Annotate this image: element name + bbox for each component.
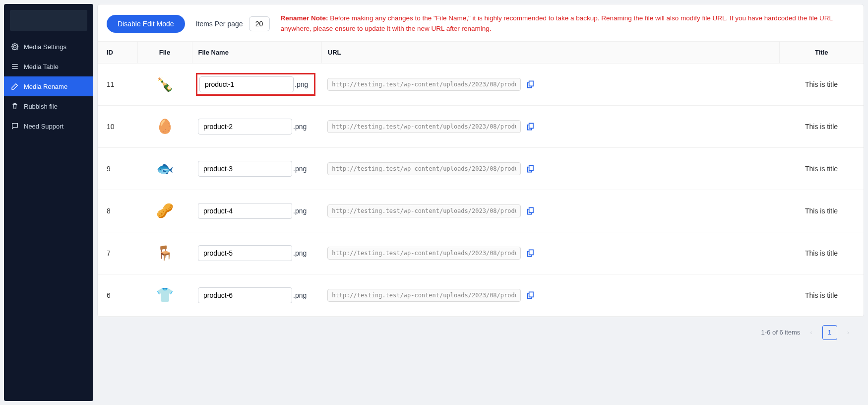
file-ext: .png bbox=[293, 207, 307, 215]
col-url: URL bbox=[321, 41, 779, 63]
sidebar-item-label: Media Rename bbox=[24, 83, 67, 90]
file-thumb: 🥚 bbox=[153, 115, 177, 138]
sidebar-item-media-settings[interactable]: Media Settings bbox=[4, 37, 93, 57]
cell-filename: .png bbox=[192, 105, 321, 147]
col-filename: File Name bbox=[192, 41, 321, 63]
cell-file: 🪑 bbox=[137, 232, 192, 274]
cell-id: 8 bbox=[98, 190, 137, 232]
pagination-summary: 1-6 of 6 items bbox=[761, 329, 801, 336]
filename-input[interactable] bbox=[198, 161, 292, 177]
col-id: ID bbox=[98, 41, 137, 63]
copy-url-button[interactable] bbox=[526, 248, 536, 258]
items-per-page-label: Items Per page bbox=[196, 20, 243, 28]
filename-highlight: .png bbox=[196, 73, 315, 96]
col-title: Title bbox=[779, 41, 864, 63]
chat-icon bbox=[11, 122, 19, 130]
pagination: 1-6 of 6 items ‹ 1 › bbox=[97, 317, 864, 352]
copy-url-button[interactable] bbox=[526, 79, 536, 89]
pagination-prev[interactable]: ‹ bbox=[807, 328, 815, 337]
url-input[interactable] bbox=[327, 162, 521, 175]
cell-url bbox=[321, 232, 779, 274]
table-row: 10 🥚 .png This is title bbox=[98, 105, 864, 147]
items-per-page: Items Per page bbox=[196, 16, 270, 31]
url-input[interactable] bbox=[327, 78, 521, 91]
toolbar: Disable Edit Mode Items Per page Renamer… bbox=[98, 4, 864, 34]
content-card: Disable Edit Mode Items Per page Renamer… bbox=[97, 4, 864, 317]
cell-file: 🥚 bbox=[137, 105, 192, 147]
file-thumb: 🐟 bbox=[153, 157, 177, 181]
cell-id: 6 bbox=[98, 274, 137, 316]
cell-url bbox=[321, 105, 779, 147]
table-row: 7 🪑 .png This is title bbox=[98, 232, 864, 274]
cell-url bbox=[321, 274, 779, 316]
sidebar: Media SettingsMedia TableMedia RenameRub… bbox=[4, 4, 93, 401]
file-thumb: 🥜 bbox=[153, 199, 177, 223]
file-ext: .png bbox=[293, 165, 307, 173]
cell-filename: .png bbox=[192, 190, 321, 232]
table-row: 6 👕 .png This is title bbox=[98, 274, 864, 316]
file-ext: .png bbox=[293, 123, 307, 131]
cell-id: 9 bbox=[98, 147, 137, 190]
copy-url-button[interactable] bbox=[526, 206, 536, 216]
cell-url bbox=[321, 147, 779, 190]
sidebar-item-label: Rubbish file bbox=[24, 103, 58, 110]
gear-icon bbox=[11, 43, 19, 51]
sidebar-item-media-table[interactable]: Media Table bbox=[4, 57, 93, 76]
pagination-next[interactable]: › bbox=[844, 328, 852, 337]
pencil-icon bbox=[11, 82, 19, 90]
cell-title: This is title bbox=[779, 105, 864, 147]
url-input[interactable] bbox=[327, 247, 521, 260]
cell-filename: .png bbox=[192, 63, 321, 105]
media-table: ID File File Name URL Title 11 🍾 .png Th… bbox=[98, 41, 864, 317]
file-ext: .png bbox=[295, 80, 308, 88]
table-row: 9 🐟 .png This is title bbox=[98, 147, 864, 190]
url-input[interactable] bbox=[327, 289, 521, 302]
filename-input[interactable] bbox=[198, 287, 292, 303]
cell-id: 11 bbox=[98, 63, 137, 105]
filename-input[interactable] bbox=[199, 76, 294, 92]
url-input[interactable] bbox=[327, 204, 521, 217]
filename-input[interactable] bbox=[198, 245, 292, 261]
cell-title: This is title bbox=[779, 274, 864, 316]
copy-url-button[interactable] bbox=[526, 164, 536, 174]
sidebar-item-label: Media Settings bbox=[24, 43, 66, 51]
filename-input[interactable] bbox=[198, 203, 292, 219]
disable-edit-button[interactable]: Disable Edit Mode bbox=[107, 15, 185, 33]
sidebar-item-media-rename[interactable]: Media Rename bbox=[4, 76, 93, 96]
cell-file: 👕 bbox=[137, 274, 192, 316]
file-thumb: 🍾 bbox=[153, 72, 177, 96]
cell-filename: .png bbox=[192, 274, 321, 316]
table-row: 8 🥜 .png This is title bbox=[98, 190, 864, 232]
filename-input[interactable] bbox=[198, 119, 292, 135]
cell-title: This is title bbox=[779, 232, 864, 274]
cell-file: 🥜 bbox=[137, 190, 192, 232]
file-thumb: 👕 bbox=[153, 283, 177, 307]
cell-id: 7 bbox=[98, 232, 137, 274]
file-ext: .png bbox=[293, 249, 307, 257]
renamer-note: Renamer Note: Before making any changes … bbox=[281, 13, 855, 34]
url-input[interactable] bbox=[327, 120, 521, 133]
items-per-page-input[interactable] bbox=[249, 16, 270, 31]
cell-title: This is title bbox=[779, 147, 864, 190]
cell-url bbox=[321, 63, 779, 105]
pagination-page-1[interactable]: 1 bbox=[822, 325, 837, 340]
cell-url bbox=[321, 190, 779, 232]
sidebar-item-label: Media Table bbox=[24, 63, 59, 70]
sidebar-item-need-support[interactable]: Need Support bbox=[4, 116, 93, 136]
col-file: File bbox=[137, 41, 192, 63]
table-row: 11 🍾 .png This is title bbox=[98, 63, 864, 105]
cell-file: 🍾 bbox=[137, 63, 192, 105]
copy-url-button[interactable] bbox=[526, 290, 536, 300]
trash-icon bbox=[11, 102, 19, 110]
sidebar-item-label: Need Support bbox=[24, 123, 63, 130]
sidebar-item-rubbish-file[interactable]: Rubbish file bbox=[4, 96, 93, 116]
cell-title: This is title bbox=[779, 190, 864, 232]
cell-title: This is title bbox=[779, 63, 864, 105]
list-icon bbox=[11, 63, 19, 70]
renamer-note-prefix: Renamer Note: bbox=[281, 14, 328, 22]
copy-url-button[interactable] bbox=[526, 122, 536, 132]
file-ext: .png bbox=[293, 291, 307, 299]
renamer-note-text: Before making any changes to the "File N… bbox=[281, 14, 833, 32]
main-content: Disable Edit Mode Items Per page Renamer… bbox=[97, 4, 864, 401]
cell-filename: .png bbox=[192, 232, 321, 274]
